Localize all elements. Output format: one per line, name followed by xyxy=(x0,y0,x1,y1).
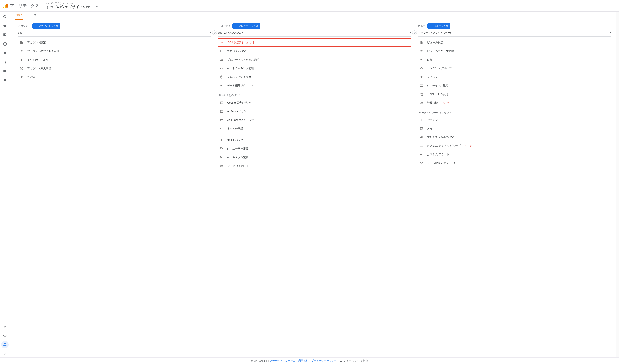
code-icon xyxy=(219,67,224,70)
svg-rect-18 xyxy=(220,102,223,104)
account-selector[interactable]: esa ▼ xyxy=(18,29,211,37)
ga4-setup-assistant[interactable]: GA4 設定アシスタント xyxy=(218,38,411,47)
account-trash[interactable]: ゴミ箱 xyxy=(18,73,211,81)
tab-admin[interactable]: 管理 xyxy=(15,11,23,20)
ecommerce-settings[interactable]: e コマースの設定 xyxy=(418,90,611,99)
property-access[interactable]: プロパティのアクセス管理 xyxy=(218,55,411,64)
svg-rect-13 xyxy=(221,41,223,44)
attribution-icon[interactable] xyxy=(1,323,9,330)
dd-icon: Dd xyxy=(219,164,224,167)
view-access[interactable]: ビューのアクセス管理 xyxy=(418,47,611,55)
footer-terms-link[interactable]: 利用規約 xyxy=(298,359,308,363)
people-icon xyxy=(219,58,224,62)
adx-link[interactable]: Ad Exchange のリンク xyxy=(218,116,411,124)
data-deletion-request[interactable]: Dd データ削除リクエスト xyxy=(218,81,411,90)
column-view: ⊕ ビュー ビューを作成 すべてのウェブサイトのデータ ▼ xyxy=(415,23,611,170)
goals[interactable]: 目標 xyxy=(418,55,611,64)
dashboard-icon[interactable] xyxy=(1,31,9,39)
chevron-right-icon: ▶ xyxy=(227,148,229,150)
mail-icon xyxy=(419,161,424,165)
move-view-button[interactable]: ⊕ xyxy=(412,30,417,35)
account-filters[interactable]: すべてのフィルタ xyxy=(18,55,211,64)
scheduled-emails[interactable]: メール配信スケジュール xyxy=(418,159,611,167)
custom-channel-group[interactable]: カスタム チャネル グループ ベータ xyxy=(418,142,611,150)
property-selector[interactable]: esa (UA-XXXXXXXX-X) ▼ xyxy=(218,29,411,37)
footer-home-link[interactable]: アナリティクス ホーム xyxy=(270,359,295,363)
footer-privacy-link[interactable]: プライバシー ポリシー xyxy=(311,359,337,363)
account-history[interactable]: アカウント変更履歴 xyxy=(18,64,211,73)
feedback-icon xyxy=(340,360,343,362)
people-icon xyxy=(419,49,424,53)
beta-badge: ベータ xyxy=(465,144,472,148)
property-selected: esa (UA-XXXXXXXX-X) xyxy=(218,31,244,34)
chevron-down-icon[interactable]: ▼ xyxy=(96,6,98,8)
conversions-icon[interactable] xyxy=(1,76,9,84)
channel-settings[interactable]: ▶ チャネル設定 xyxy=(418,81,611,90)
svg-point-17 xyxy=(222,59,223,60)
data-import[interactable]: Dd データ インポート xyxy=(218,162,411,170)
column-account: アカウント アカウントを作成 esa ▼ アカウント設定 xyxy=(15,23,214,170)
custom-alerts[interactable]: カスタム アラート xyxy=(418,150,611,159)
property-settings[interactable]: プロパティ設定 xyxy=(218,47,411,55)
create-account-button[interactable]: アカウントを作成 xyxy=(32,23,60,28)
assistant-icon xyxy=(220,41,224,44)
link-section-title: サービスとのリンク xyxy=(218,90,411,98)
multichannel[interactable]: マルチチャネルの設定 xyxy=(418,133,611,142)
move-property-button[interactable]: ⊕ xyxy=(212,30,217,35)
adsense-link[interactable]: AdSense のリンク xyxy=(218,107,411,116)
segments[interactable]: セグメント xyxy=(418,116,611,124)
search-icon[interactable] xyxy=(1,13,9,21)
feedback-button[interactable]: フィードバックを送信 xyxy=(340,359,368,363)
svg-rect-32 xyxy=(422,136,422,138)
svg-point-24 xyxy=(422,50,422,51)
view-settings[interactable]: ビューの設定 xyxy=(418,38,611,47)
discover-icon[interactable] xyxy=(1,332,9,339)
google-ads-link[interactable]: Google 広告のリンク xyxy=(218,98,411,107)
user-definition[interactable]: ▶ ユーザー定義 xyxy=(218,144,411,153)
acquisition-icon[interactable] xyxy=(1,58,9,66)
svg-point-12 xyxy=(22,50,23,51)
svg-rect-31 xyxy=(421,136,422,138)
account-settings[interactable]: アカウント設定 xyxy=(18,38,211,47)
create-property-button[interactable]: プロパティを作成 xyxy=(232,23,260,28)
megaphone-icon xyxy=(419,153,424,156)
content-groups[interactable]: コンテンツ グループ xyxy=(418,64,611,73)
realtime-icon[interactable] xyxy=(1,40,9,48)
ads-icon xyxy=(219,101,224,105)
property-history[interactable]: プロパティ変更履歴 xyxy=(218,73,411,81)
dd-icon: Dd xyxy=(419,101,424,104)
calc-metrics[interactable]: Dd 計算指標 ベータ xyxy=(418,99,611,107)
breadcrumb[interactable]: すべてのアカウント > esa すべてのウェブサイトのデ... ▼ xyxy=(46,2,98,9)
home-icon[interactable] xyxy=(1,22,9,30)
admin-gear-icon[interactable] xyxy=(1,341,9,348)
scrollbar[interactable] xyxy=(616,12,619,357)
chevron-down-icon: ▼ xyxy=(409,32,411,34)
postback[interactable]: ポストバック xyxy=(218,136,411,144)
all-products[interactable]: すべての商品 xyxy=(218,124,411,133)
breadcrumb-all: すべてのアカウント xyxy=(46,2,66,4)
personal-section-title: パーソナル ツールとアセット xyxy=(418,107,611,116)
chevron-down-icon: ▼ xyxy=(209,32,211,34)
tag-icon xyxy=(219,147,224,150)
tracking-info[interactable]: ▶ トラッキング情報 xyxy=(218,64,411,73)
account-selected: esa xyxy=(18,31,22,34)
tab-user[interactable]: ユーザー xyxy=(27,11,41,20)
admin-panel: アカウント アカウントを作成 esa ▼ アカウント設定 xyxy=(10,20,616,357)
filter-icon xyxy=(19,58,24,62)
svg-point-26 xyxy=(421,95,422,96)
create-view-button[interactable]: ビューを作成 xyxy=(427,23,450,28)
svg-line-1 xyxy=(6,18,7,18)
view-filters[interactable]: フィルタ xyxy=(418,73,611,81)
svg-rect-8 xyxy=(3,70,6,72)
svg-rect-33 xyxy=(420,145,423,147)
channel-icon xyxy=(419,84,424,88)
custom-definition[interactable]: Dd ▶ カスタム定義 xyxy=(218,153,411,162)
collapse-icon[interactable] xyxy=(1,350,9,357)
view-label: ビュー xyxy=(418,24,425,28)
audience-icon[interactable] xyxy=(1,49,9,57)
shell: 管理 ユーザー アカウント アカウントを作成 esa ▼ xyxy=(0,12,619,357)
notes[interactable]: メモ xyxy=(418,124,611,133)
behavior-icon[interactable] xyxy=(1,67,9,75)
account-access[interactable]: アカウントのアクセス管理 xyxy=(18,47,211,55)
view-selector[interactable]: すべてのウェブサイトのデータ ▼ xyxy=(418,29,611,37)
